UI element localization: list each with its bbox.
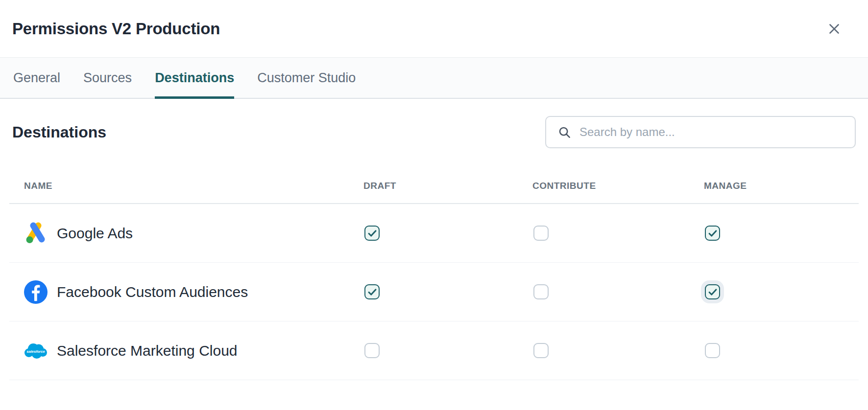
google-ads-icon [24,222,48,245]
table-row: salesforce Salesforce Marketing Cloud [9,321,859,380]
destination-cell: Facebook Custom Audiences [9,280,363,304]
manage-checkbox[interactable] [705,226,720,241]
table-row: Google Ads [9,204,859,263]
destinations-panel: Destinations NAME DRAFT CONTRIBUTE MANAG… [0,99,868,380]
manage-cell [704,284,859,299]
manage-cell [704,343,859,358]
panel-toolbar: Destinations [12,115,856,149]
search-input[interactable] [579,125,845,139]
contribute-checkbox[interactable] [533,284,549,299]
destination-name: Google Ads [57,225,133,242]
contribute-checkbox[interactable] [533,226,549,241]
dialog-header: Permissions V2 Production [0,0,868,57]
draft-cell [363,226,532,241]
destination-name: Facebook Custom Audiences [57,284,248,300]
manage-checkbox[interactable] [705,343,720,358]
section-heading: Destinations [12,123,106,141]
close-button[interactable] [824,19,844,39]
manage-cell [704,226,859,241]
draft-cell [363,284,532,299]
draft-checkbox[interactable] [364,343,380,358]
contribute-cell [532,226,704,241]
tab-customer-studio[interactable]: Customer Studio [257,58,356,98]
manage-checkbox[interactable] [705,284,720,299]
search-box[interactable] [545,116,856,148]
column-header-manage: MANAGE [704,181,859,191]
column-header-name: NAME [9,181,363,191]
tab-destinations[interactable]: Destinations [155,58,234,98]
destination-cell: Google Ads [9,222,363,245]
contribute-cell [532,284,704,299]
facebook-icon [24,280,48,304]
table-header-row: NAME DRAFT CONTRIBUTE MANAGE [9,149,859,204]
search-icon [558,126,571,139]
contribute-cell [532,343,704,358]
destinations-table: NAME DRAFT CONTRIBUTE MANAGE Google Ads [11,149,857,380]
destination-cell: salesforce Salesforce Marketing Cloud [9,339,363,363]
salesforce-icon: salesforce [24,339,48,363]
draft-cell [363,343,532,358]
destination-name: Salesforce Marketing Cloud [57,342,238,359]
draft-checkbox[interactable] [364,226,380,241]
tab-sources[interactable]: Sources [83,58,132,98]
column-header-contribute: CONTRIBUTE [532,181,704,191]
x-icon [827,22,842,36]
tab-bar: General Sources Destinations Customer St… [0,57,868,99]
contribute-checkbox[interactable] [533,343,549,358]
table-row: Facebook Custom Audiences [9,263,859,321]
column-header-draft: DRAFT [363,181,532,191]
permissions-dialog: Permissions V2 Production General Source… [0,0,868,410]
dialog-title: Permissions V2 Production [12,20,220,38]
svg-text:salesforce: salesforce [26,349,45,353]
tab-general[interactable]: General [13,58,60,98]
draft-checkbox[interactable] [364,284,380,299]
